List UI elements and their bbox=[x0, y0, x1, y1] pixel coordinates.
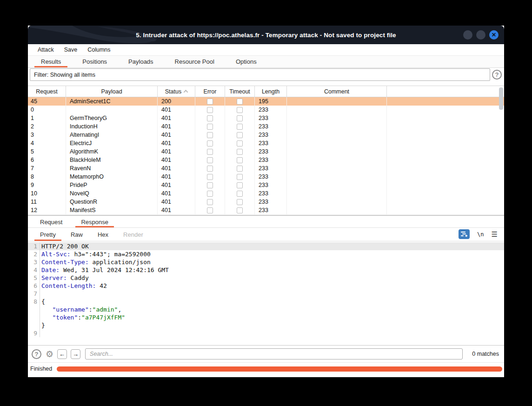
prettify-toggle-button[interactable] bbox=[459, 229, 470, 239]
cell-checkbox bbox=[225, 122, 255, 131]
table-row[interactable]: 12ManifestS401233 bbox=[28, 206, 504, 214]
table-row[interactable]: 6BlackHoleM401233 bbox=[28, 156, 504, 164]
code-line: 3Content-Type: application/json bbox=[28, 258, 504, 266]
row-checkbox[interactable] bbox=[237, 132, 243, 138]
table-row[interactable]: 10NovelQ401233 bbox=[28, 189, 504, 198]
column-header-request[interactable]: Request bbox=[28, 86, 66, 97]
table-row[interactable]: 1GermTheoryG401233 bbox=[28, 114, 504, 122]
row-checkbox[interactable] bbox=[237, 199, 243, 205]
cell-filler bbox=[387, 164, 504, 173]
cell: 12 bbox=[28, 206, 66, 214]
tab-response[interactable]: Response bbox=[75, 216, 114, 227]
next-match-button[interactable]: → bbox=[71, 349, 80, 359]
row-checkbox[interactable] bbox=[207, 99, 213, 105]
search-help-icon[interactable]: ? bbox=[32, 349, 41, 359]
table-row[interactable]: 4ElectricJ401233 bbox=[28, 139, 504, 147]
row-checkbox[interactable] bbox=[237, 115, 243, 121]
row-checkbox[interactable] bbox=[207, 107, 213, 113]
row-checkbox[interactable] bbox=[207, 157, 213, 163]
scrollbar-thumb[interactable] bbox=[499, 87, 503, 110]
column-header-label: Request bbox=[36, 88, 58, 95]
cell: 233 bbox=[255, 139, 287, 147]
newline-toggle-icon[interactable]: \n bbox=[477, 231, 484, 238]
search-input[interactable] bbox=[85, 348, 463, 359]
row-checkbox[interactable] bbox=[207, 149, 213, 155]
table-row[interactable]: 45AdminSecret1C200195 bbox=[28, 97, 504, 106]
row-checkbox[interactable] bbox=[207, 124, 213, 130]
row-checkbox[interactable] bbox=[237, 107, 243, 113]
table-row[interactable]: 0401233 bbox=[28, 106, 504, 114]
cell: AlgorithmK bbox=[66, 147, 158, 156]
code-segment: Server: bbox=[41, 274, 67, 281]
cell-checkbox bbox=[225, 139, 255, 147]
row-checkbox[interactable] bbox=[207, 166, 213, 172]
row-checkbox[interactable] bbox=[207, 174, 213, 180]
column-header-length[interactable]: Length bbox=[255, 86, 287, 97]
line-number: 8 bbox=[28, 298, 40, 306]
column-header-payload[interactable]: Payload bbox=[66, 86, 158, 97]
column-header-comment[interactable]: Comment bbox=[287, 86, 387, 97]
window-title: 5. Intruder attack of https://poc.athela… bbox=[28, 26, 504, 44]
response-editor[interactable]: 1HTTP/2 200 OK2Alt-Svc: h3=":443"; ma=25… bbox=[28, 242, 504, 345]
filter-bar[interactable]: Filter: Showing all items bbox=[30, 68, 490, 81]
menu-attack[interactable]: Attack bbox=[33, 47, 59, 53]
row-checkbox[interactable] bbox=[207, 191, 213, 197]
column-header-timeout[interactable]: Timeout bbox=[225, 86, 255, 97]
code-content: Content-Type: application/json bbox=[40, 258, 151, 266]
row-checkbox[interactable] bbox=[207, 115, 213, 121]
cell: QuestionR bbox=[66, 198, 158, 206]
search-settings-gear-icon[interactable]: ⚙ bbox=[46, 349, 53, 359]
filter-help-icon[interactable]: ? bbox=[492, 70, 502, 80]
title-bar[interactable]: 5. Intruder attack of https://poc.athela… bbox=[28, 26, 504, 44]
row-checkbox[interactable] bbox=[237, 124, 243, 130]
previous-match-button[interactable]: ← bbox=[57, 349, 67, 359]
row-checkbox[interactable] bbox=[237, 99, 243, 105]
code-line: "username":"admin", bbox=[28, 306, 504, 313]
table-row[interactable]: 9PrideP401233 bbox=[28, 181, 504, 189]
maximize-button[interactable] bbox=[476, 30, 485, 40]
column-header-status[interactable]: Status bbox=[158, 86, 195, 97]
row-checkbox[interactable] bbox=[207, 199, 213, 205]
row-checkbox[interactable] bbox=[207, 182, 213, 188]
column-header-error[interactable]: Error bbox=[195, 86, 225, 97]
cell: 200 bbox=[158, 97, 195, 106]
tab-request[interactable]: Request bbox=[34, 216, 68, 227]
cell: BlackHoleM bbox=[66, 156, 158, 164]
tab-payloads[interactable]: Payloads bbox=[122, 56, 160, 67]
row-checkbox[interactable] bbox=[207, 207, 213, 213]
table-scrollbar[interactable] bbox=[499, 87, 503, 214]
row-checkbox[interactable] bbox=[207, 132, 213, 138]
row-checkbox[interactable] bbox=[237, 149, 243, 155]
tab-resource-pool[interactable]: Resource Pool bbox=[168, 56, 221, 67]
menu-save[interactable]: Save bbox=[59, 47, 83, 53]
row-checkbox[interactable] bbox=[237, 166, 243, 172]
cell-filler bbox=[387, 156, 504, 164]
tab-raw[interactable]: Raw bbox=[65, 228, 88, 241]
row-checkbox[interactable] bbox=[237, 157, 243, 163]
tab-results[interactable]: Results bbox=[34, 56, 67, 67]
row-checkbox[interactable] bbox=[237, 182, 243, 188]
close-button[interactable]: ✕ bbox=[489, 30, 499, 40]
table-row[interactable]: 7RavenN401233 bbox=[28, 164, 504, 173]
table-row[interactable]: 3AlternatingI401233 bbox=[28, 131, 504, 139]
tab-options[interactable]: Options bbox=[229, 56, 263, 67]
code-line: } bbox=[28, 321, 504, 329]
menu-columns[interactable]: Columns bbox=[82, 47, 115, 53]
table-row[interactable]: 11QuestionR401233 bbox=[28, 198, 504, 206]
cell-checkbox bbox=[195, 189, 225, 198]
row-checkbox[interactable] bbox=[207, 140, 213, 146]
code-content bbox=[40, 290, 41, 298]
row-checkbox[interactable] bbox=[237, 207, 243, 213]
row-checkbox[interactable] bbox=[237, 140, 243, 146]
table-row[interactable]: 8MetamorphO401233 bbox=[28, 173, 504, 181]
tab-pretty[interactable]: Pretty bbox=[34, 228, 61, 241]
tab-positions[interactable]: Positions bbox=[76, 56, 113, 67]
minimize-button[interactable] bbox=[463, 30, 472, 40]
table-row[interactable]: 5AlgorithmK401233 bbox=[28, 147, 504, 156]
tab-hex[interactable]: Hex bbox=[92, 228, 114, 241]
editor-menu-icon[interactable]: ☰ bbox=[492, 230, 498, 239]
row-checkbox[interactable] bbox=[237, 174, 243, 180]
cell: InductionH bbox=[66, 122, 158, 131]
row-checkbox[interactable] bbox=[237, 191, 243, 197]
table-row[interactable]: 2InductionH401233 bbox=[28, 122, 504, 131]
